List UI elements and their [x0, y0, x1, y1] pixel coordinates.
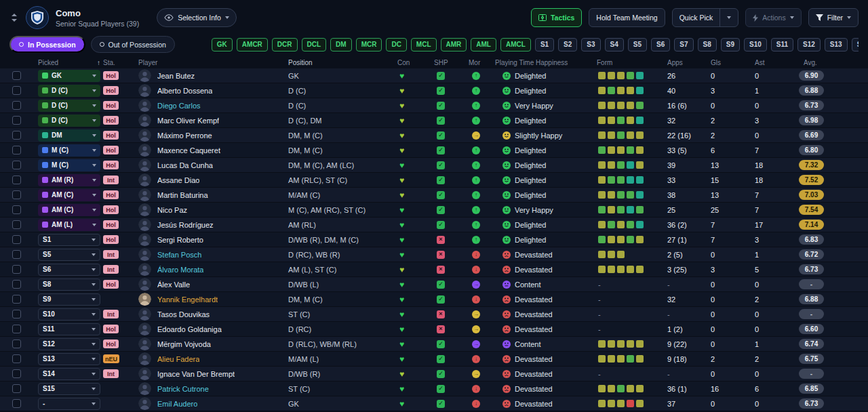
table-row[interactable]: S12 Hol Mërgim Vojvoda D (RLC), WB/M (RL…: [0, 337, 868, 352]
row-checkbox[interactable]: [12, 339, 21, 348]
player-cell[interactable]: Alberto Dossena: [133, 84, 282, 97]
player-name[interactable]: Nico Paz: [157, 206, 187, 214]
player-cell[interactable]: Sergi Roberto: [133, 233, 282, 246]
row-checkbox[interactable]: [12, 161, 21, 169]
header-form[interactable]: Form: [593, 59, 662, 66]
row-checkbox[interactable]: [12, 265, 21, 274]
position-chip-dm[interactable]: DM: [330, 38, 352, 52]
header-playing-time-happiness[interactable]: Playing Time Happiness: [492, 59, 593, 66]
table-row[interactable]: S15 Patrick Cutrone ST (C) ♥ ✓ ↓ Devasta…: [0, 382, 868, 396]
picked-dropdown[interactable]: DM: [38, 129, 100, 142]
table-row[interactable]: S13 nEU Alieu Fadera M/AM (L) ♥ ✓ ↓ Deva…: [0, 352, 868, 367]
slot-chip-s7[interactable]: S7: [674, 38, 693, 52]
row-checkbox[interactable]: [12, 176, 21, 184]
row-checkbox[interactable]: [12, 71, 21, 80]
picked-dropdown[interactable]: D (C): [38, 115, 100, 127]
out-of-possession-toggle[interactable]: Out of Possession: [91, 36, 175, 53]
slot-chip-s10[interactable]: S10: [744, 38, 767, 52]
header-condition[interactable]: Con: [395, 59, 427, 66]
player-cell[interactable]: Ignace Van Der Brempt: [133, 367, 282, 380]
actions-button[interactable]: Actions: [745, 8, 801, 27]
player-cell[interactable]: Álex Valle: [133, 278, 282, 291]
header-apps[interactable]: Apps: [662, 59, 705, 66]
picked-dropdown[interactable]: S14: [38, 368, 100, 380]
picked-dropdown[interactable]: S6: [38, 264, 100, 276]
table-row[interactable]: S11 Hol Edoardo Goldaniga D (RC) ♥ × → D…: [0, 322, 868, 337]
row-checkbox[interactable]: [12, 354, 21, 363]
player-name[interactable]: Diego Carlos: [157, 102, 201, 110]
row-checkbox[interactable]: [12, 399, 21, 408]
picked-dropdown[interactable]: GK: [38, 70, 100, 82]
slot-chip-s2[interactable]: S2: [558, 38, 577, 52]
player-cell[interactable]: Álvaro Morata: [133, 263, 282, 276]
player-cell[interactable]: Emil Audero: [133, 397, 282, 410]
position-chip-gk[interactable]: GK: [212, 38, 233, 52]
row-checkbox[interactable]: [12, 384, 21, 393]
selection-info-button[interactable]: Selection Info: [157, 8, 237, 27]
row-checkbox[interactable]: [12, 310, 21, 318]
player-name[interactable]: Sergi Roberto: [157, 236, 203, 244]
row-checkbox[interactable]: [12, 146, 21, 154]
player-name[interactable]: Martin Baturina: [157, 191, 208, 199]
table-row[interactable]: DM Hol Máximo Perrone DM, M (C) ♥ ✓ → Sl…: [0, 128, 868, 143]
player-name[interactable]: Máximo Perrone: [157, 131, 212, 140]
position-chip-amcr[interactable]: AMCR: [237, 38, 268, 52]
player-name[interactable]: Álvaro Morata: [157, 266, 203, 274]
player-name[interactable]: Yannik Engelhardt: [157, 295, 218, 304]
player-name[interactable]: Jesús Rodríguez: [157, 221, 214, 229]
in-possession-toggle[interactable]: In Possession: [9, 36, 85, 53]
row-checkbox[interactable]: [12, 220, 21, 229]
table-row[interactable]: S14 Int Ignace Van Der Brempt D/WB (R) ♥…: [0, 367, 868, 382]
player-name[interactable]: Stefan Posch: [157, 251, 201, 259]
row-checkbox[interactable]: [12, 295, 21, 304]
table-row[interactable]: S6 Int Álvaro Morata AM (L), ST (C) ♥ × …: [0, 262, 868, 277]
player-cell[interactable]: Tasos Douvikas: [133, 308, 282, 321]
picked-dropdown[interactable]: S15: [38, 383, 100, 395]
table-row[interactable]: D (C) Hol Alberto Dossena D (C) ♥ ✓ ↑ De…: [0, 83, 868, 98]
player-name[interactable]: Ignace Van Der Brempt: [157, 370, 235, 378]
row-checkbox[interactable]: [12, 86, 21, 95]
table-row[interactable]: S5 Int Stefan Posch D (RC), WB (R) ♥ × ↓…: [0, 247, 868, 262]
table-row[interactable]: S1 Hol Sergi Roberto D/WB (R), DM, M (C)…: [0, 232, 868, 247]
position-chip-dc[interactable]: DC: [386, 38, 406, 52]
player-name[interactable]: Jean Butez: [157, 72, 195, 80]
picked-dropdown[interactable]: S9: [38, 293, 100, 306]
picked-dropdown[interactable]: AM (L): [38, 219, 100, 231]
table-row[interactable]: AM (C) Hol Martin Baturina M/AM (C) ♥ ✓ …: [0, 188, 868, 203]
header-morale[interactable]: Mor: [460, 59, 492, 66]
position-chip-mcr[interactable]: MCR: [356, 38, 382, 52]
table-row[interactable]: D (C) Hol Diego Carlos D (C) ♥ ✓ ↑ Very …: [0, 98, 868, 113]
table-row[interactable]: D (C) Hol Marc Oliver Kempf D (C), DM ♥ …: [0, 113, 868, 128]
player-name[interactable]: Assane Diao: [157, 176, 199, 184]
player-name[interactable]: Emil Audero: [157, 400, 197, 408]
table-row[interactable]: S9 Yannik Engelhardt DM, M (C) ♥ ✓ ↓ Dev…: [0, 292, 868, 307]
picked-dropdown[interactable]: D (C): [38, 85, 100, 97]
slot-chip-s8[interactable]: S8: [698, 38, 717, 52]
picked-dropdown[interactable]: M (C): [38, 159, 100, 171]
player-name[interactable]: Lucas Da Cunha: [157, 161, 213, 169]
picked-dropdown[interactable]: S13: [38, 353, 100, 365]
slot-chip-s9[interactable]: S9: [721, 38, 740, 52]
player-name[interactable]: Álex Valle: [157, 281, 190, 289]
quick-pick-button[interactable]: Quick Pick: [673, 9, 720, 26]
player-cell[interactable]: Jesús Rodríguez: [133, 218, 282, 231]
picked-dropdown[interactable]: D (C): [38, 100, 100, 112]
header-sharpness[interactable]: SHP: [427, 59, 460, 66]
player-cell[interactable]: Yannik Engelhardt: [133, 293, 282, 306]
row-checkbox[interactable]: [12, 101, 21, 110]
player-cell[interactable]: Máximo Perrone: [133, 129, 282, 142]
player-cell[interactable]: Stefan Posch: [133, 248, 282, 261]
player-cell[interactable]: Edoardo Goldaniga: [133, 323, 282, 335]
picked-dropdown[interactable]: S11: [38, 323, 100, 335]
slot-chip-s14[interactable]: S14: [852, 38, 859, 52]
slot-chip-s5[interactable]: S5: [628, 38, 647, 52]
row-checkbox[interactable]: [12, 131, 21, 140]
player-cell[interactable]: Patrick Cutrone: [133, 382, 282, 395]
picked-dropdown[interactable]: -: [38, 398, 100, 410]
row-checkbox[interactable]: [12, 190, 21, 199]
row-checkbox[interactable]: [12, 205, 21, 214]
row-checkbox[interactable]: [12, 280, 21, 289]
player-name[interactable]: Patrick Cutrone: [157, 385, 209, 393]
picked-dropdown[interactable]: S12: [38, 338, 100, 350]
picked-dropdown[interactable]: M (C): [38, 144, 100, 157]
